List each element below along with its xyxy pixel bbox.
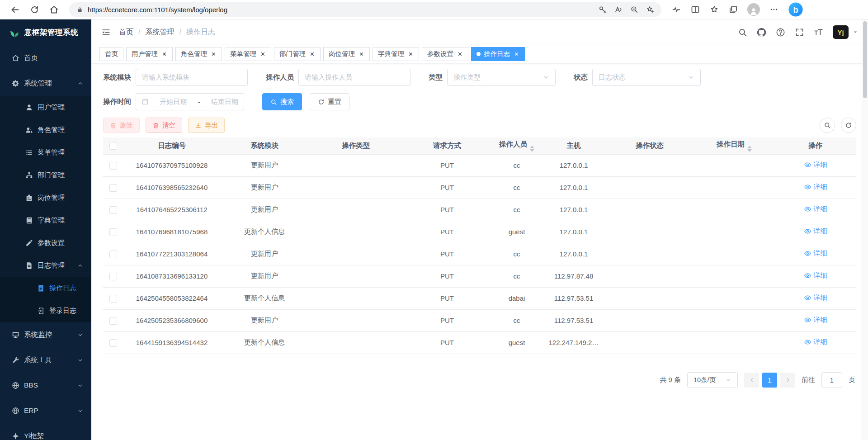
sidebar-item-post-mgmt[interactable]: 岗位管理 xyxy=(0,186,91,209)
search-button[interactable]: 搜索 xyxy=(262,93,302,110)
sidebar-item-bbs[interactable]: BBS xyxy=(0,373,91,398)
url-text[interactable]: https://ccnetcore.com:1101/system/log/op… xyxy=(88,6,594,14)
module-input[interactable]: 请输入系统模块 xyxy=(136,69,248,86)
split-screen-icon[interactable] xyxy=(691,5,700,14)
detail-link[interactable]: 详细 xyxy=(804,293,827,302)
tab-oper-log[interactable]: 操作日志 xyxy=(471,47,525,61)
sort-carets-icon[interactable] xyxy=(530,146,534,152)
tab-dept-mgmt[interactable]: 部门管理 xyxy=(274,47,321,61)
close-icon[interactable] xyxy=(161,51,167,57)
close-icon[interactable] xyxy=(309,51,315,57)
sidebar-item-erp[interactable]: ERP xyxy=(0,398,91,423)
row-checkbox[interactable] xyxy=(109,317,117,325)
toggle-search-button[interactable] xyxy=(820,118,835,133)
row-checkbox[interactable] xyxy=(109,206,117,214)
app-logo[interactable]: 意框架管理系统 xyxy=(0,19,91,45)
sidebar-item-system-tools[interactable]: 系统工具 xyxy=(0,347,91,373)
header-search-icon[interactable] xyxy=(738,28,747,37)
row-checkbox[interactable] xyxy=(109,339,117,347)
export-button[interactable]: 导出 xyxy=(188,118,225,133)
browser-home-icon[interactable] xyxy=(49,5,59,14)
sidebar-item-system-mgmt[interactable]: 系统管理 xyxy=(0,71,91,96)
sidebar-item-role-mgmt[interactable]: 角色管理 xyxy=(0,118,91,141)
clear-button[interactable]: 清空 xyxy=(146,118,182,133)
user-avatar-logo[interactable]: Yj xyxy=(833,25,849,39)
row-checkbox[interactable] xyxy=(109,184,117,192)
sidebar-item-home[interactable]: 首页 xyxy=(0,45,91,71)
menu-fold-icon[interactable] xyxy=(101,28,111,37)
page-scrollbar[interactable] xyxy=(862,19,868,440)
detail-link[interactable]: 详细 xyxy=(804,316,827,324)
row-checkbox[interactable] xyxy=(109,273,117,280)
type-select[interactable]: 操作类型 xyxy=(447,69,556,86)
fullscreen-icon[interactable] xyxy=(795,28,804,37)
close-icon[interactable] xyxy=(457,51,463,57)
sort-carets-icon[interactable] xyxy=(747,146,752,152)
browser-profile-avatar[interactable] xyxy=(747,3,760,16)
sidebar-item-param-settings[interactable]: 参数设置 xyxy=(0,232,91,254)
sidebar-item-dict-mgmt[interactable]: 字典管理 xyxy=(0,209,91,232)
tab-post-mgmt[interactable]: 岗位管理 xyxy=(323,47,370,61)
delete-button[interactable]: 删除 xyxy=(103,118,140,133)
row-checkbox[interactable] xyxy=(109,228,117,236)
close-icon[interactable] xyxy=(359,51,364,57)
column-header[interactable]: 操作人员 xyxy=(491,137,542,154)
sidebar-item-user-mgmt[interactable]: 用户管理 xyxy=(0,96,91,118)
sidebar-item-yi-framework[interactable]: Yi框架 xyxy=(0,423,91,440)
detail-link[interactable]: 详细 xyxy=(804,183,827,191)
tab-menu-mgmt[interactable]: 菜单管理 xyxy=(225,47,271,61)
sidebar-item-menu-mgmt[interactable]: 菜单管理 xyxy=(0,141,91,164)
sidebar-item-log-mgmt[interactable]: 日志管理 xyxy=(0,254,91,277)
tab-param-settings[interactable]: 参数设置 xyxy=(422,47,468,61)
close-icon[interactable] xyxy=(408,51,414,57)
tab-user-mgmt[interactable]: 用户管理 xyxy=(126,47,173,61)
add-favorite-icon[interactable] xyxy=(646,5,654,14)
detail-link[interactable]: 详细 xyxy=(804,161,827,169)
row-checkbox[interactable] xyxy=(109,251,117,258)
address-bar[interactable]: https://ccnetcore.com:1101/system/log/op… xyxy=(69,2,661,17)
favorites-icon[interactable] xyxy=(710,5,719,14)
browser-refresh-icon[interactable] xyxy=(30,5,39,14)
status-select[interactable]: 日志状态 xyxy=(592,69,701,86)
collections-icon[interactable] xyxy=(729,5,738,14)
help-icon[interactable] xyxy=(776,28,785,37)
close-icon[interactable] xyxy=(514,51,519,57)
breadcrumb-system-mgmt[interactable]: 系统管理 xyxy=(145,28,174,37)
sidebar-item-login-log[interactable]: 登录日志 xyxy=(0,299,91,322)
column-header[interactable]: 操作日期 xyxy=(694,137,774,154)
refresh-table-button[interactable] xyxy=(841,118,856,133)
sidebar-item-oper-log[interactable]: 操作日志 xyxy=(0,277,91,299)
select-all-checkbox[interactable] xyxy=(109,142,117,150)
avatar-caret-icon[interactable] xyxy=(853,29,858,35)
bing-icon[interactable]: b xyxy=(788,2,803,17)
detail-link[interactable]: 详细 xyxy=(804,338,827,346)
close-icon[interactable] xyxy=(260,51,266,57)
page-size-select[interactable]: 10条/页 xyxy=(687,372,738,388)
detail-link[interactable]: 详细 xyxy=(804,227,827,236)
read-aloud-icon[interactable] xyxy=(614,5,623,14)
tab-dict-mgmt[interactable]: 字典管理 xyxy=(373,47,419,61)
row-checkbox[interactable] xyxy=(109,162,117,170)
browser-essentials-icon[interactable] xyxy=(672,5,681,14)
font-size-icon[interactable] xyxy=(814,28,823,37)
tab-role-mgmt[interactable]: 角色管理 xyxy=(175,47,222,61)
next-page-button[interactable] xyxy=(780,373,795,388)
scrollbar-thumb[interactable] xyxy=(863,21,867,98)
tab-home[interactable]: 首页 xyxy=(99,47,123,61)
reset-button[interactable]: 重置 xyxy=(310,93,349,110)
browser-more-icon[interactable] xyxy=(769,5,778,14)
sidebar-item-dept-mgmt[interactable]: 部门管理 xyxy=(0,164,91,186)
sidebar-item-system-monitor[interactable]: 系统监控 xyxy=(0,322,91,347)
lock-icon[interactable] xyxy=(76,6,83,13)
zoom-out-icon[interactable] xyxy=(630,5,638,14)
close-icon[interactable] xyxy=(211,51,217,57)
page-number-button[interactable]: 1 xyxy=(762,373,777,388)
detail-link[interactable]: 详细 xyxy=(804,205,827,213)
row-checkbox[interactable] xyxy=(109,295,117,303)
github-icon[interactable] xyxy=(757,28,766,37)
detail-link[interactable]: 详细 xyxy=(804,271,827,280)
password-key-icon[interactable] xyxy=(599,5,607,14)
breadcrumb-home[interactable]: 首页 xyxy=(119,28,133,37)
goto-page-input[interactable]: 1 xyxy=(821,372,842,388)
browser-back-icon[interactable] xyxy=(10,5,20,14)
